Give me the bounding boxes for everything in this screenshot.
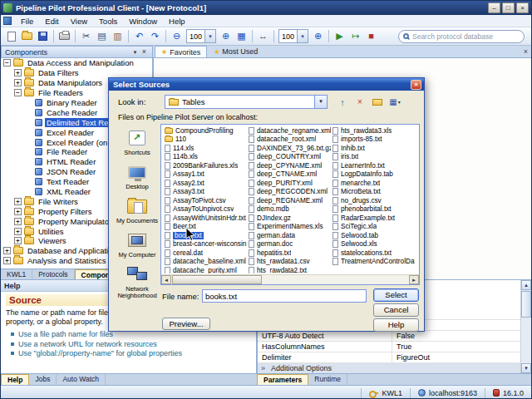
- file-item[interactable]: deep_CTNAME.xml: [247, 170, 331, 180]
- help-button[interactable]: Help: [373, 318, 419, 332]
- expand-icon[interactable]: [3, 247, 11, 254]
- panel-close-icon[interactable]: [140, 47, 149, 57]
- menu-tools[interactable]: Tools: [93, 15, 123, 27]
- file-item[interactable]: Beer.txt: [163, 223, 247, 232]
- file-item[interactable]: LearnerInfo.txt: [331, 161, 415, 170]
- delete-button[interactable]: [352, 95, 367, 109]
- file-item[interactable]: Assay3.txt: [163, 188, 247, 197]
- file-name-input[interactable]: [202, 289, 367, 303]
- file-item[interactable]: demo.mdb: [247, 205, 331, 214]
- panel-menu-icon[interactable]: [131, 47, 140, 57]
- expand-icon[interactable]: [14, 198, 22, 205]
- close-button[interactable]: [516, 2, 529, 13]
- cancel-button[interactable]: Cancel: [373, 303, 419, 317]
- tree-item[interactable]: Data Filters: [1, 68, 152, 78]
- file-item[interactable]: no_drugs.csv: [331, 196, 415, 205]
- file-item[interactable]: datacache_regname.xml: [247, 126, 331, 135]
- zoom-level-combo[interactable]: 100: [186, 29, 216, 43]
- cut-icon[interactable]: ✂: [78, 28, 94, 44]
- file-item[interactable]: Selwood.xls: [331, 240, 415, 249]
- file-item[interactable]: DAXINDEX_73_96.txt.gz: [247, 144, 331, 153]
- parameter-row[interactable]: Additional Options: [258, 362, 520, 373]
- place-desktop[interactable]: Desktop: [115, 162, 160, 190]
- copy-icon[interactable]: ▤: [94, 28, 110, 44]
- file-item[interactable]: hts_rawdata3.xls: [331, 126, 415, 135]
- file-item[interactable]: AssayToUnpivot.csv: [163, 205, 247, 214]
- tab-favorites[interactable]: ★ Favorites: [155, 46, 207, 57]
- run-icon[interactable]: ▶: [332, 28, 347, 44]
- place-computer[interactable]: My Computer: [115, 230, 160, 259]
- zoom-level-combo-2[interactable]: 100: [278, 29, 308, 43]
- expand-icon[interactable]: [14, 218, 22, 225]
- file-item[interactable]: 2009BankFailures.xls: [163, 161, 247, 170]
- paste-icon[interactable]: ▥: [110, 28, 126, 44]
- file-item[interactable]: imports-85.txt: [331, 135, 415, 145]
- tab-auto-watch[interactable]: Auto Watch: [57, 374, 106, 385]
- select-button[interactable]: Select: [373, 288, 419, 302]
- scrollbar-thumb[interactable]: [172, 275, 262, 284]
- zoom-out-icon[interactable]: ⊖: [169, 28, 185, 44]
- step-icon[interactable]: ↦: [347, 28, 363, 44]
- file-item[interactable]: 114b.xls: [163, 153, 247, 162]
- tab-most-used[interactable]: ★ Most Used: [208, 46, 264, 57]
- file-item[interactable]: deep_REGCODEN.xml: [247, 188, 331, 197]
- tab-help[interactable]: Help: [1, 374, 29, 385]
- file-item[interactable]: AssayToPivot.csv: [163, 196, 247, 205]
- file-item[interactable]: RadarExample.txt: [331, 214, 415, 223]
- scrollbar-thumb[interactable]: [521, 291, 531, 318]
- preview-button[interactable]: Preview...: [162, 318, 210, 330]
- menu-edit[interactable]: Edit: [39, 15, 64, 27]
- tab-runtime[interactable]: Runtime: [308, 374, 347, 385]
- expand-icon[interactable]: [14, 237, 22, 244]
- tree-item[interactable]: Data Access and Manipulation: [1, 58, 152, 68]
- file-item[interactable]: Assay2.txt: [163, 179, 247, 188]
- horizontal-scrollbar[interactable]: [161, 274, 419, 284]
- view-menu-button[interactable]: [387, 95, 402, 109]
- file-item[interactable]: SciTegic.xla: [331, 223, 415, 232]
- expand-icon[interactable]: [3, 257, 11, 264]
- file-item[interactable]: phenobarbital.txt: [331, 205, 415, 214]
- file-item[interactable]: datacache_purity.xml: [163, 266, 247, 273]
- file-item[interactable]: deep_COUNTRY.xml: [247, 153, 331, 162]
- zoom-fit-icon[interactable]: ▦: [234, 28, 249, 44]
- menu-file[interactable]: File: [15, 15, 39, 27]
- minimize-button[interactable]: [488, 2, 500, 13]
- tab-protocols[interactable]: Protocols: [32, 269, 74, 279]
- file-item[interactable]: hts_rawdata2.txt: [247, 266, 331, 273]
- search-box[interactable]: [398, 30, 525, 43]
- file-item[interactable]: cereal.dat: [163, 249, 247, 258]
- file-item[interactable]: hepatitis.txt: [247, 249, 331, 258]
- file-item[interactable]: DJIndex.gz: [247, 214, 331, 223]
- file-item[interactable]: statelocations.txt: [331, 249, 415, 258]
- expand-icon[interactable]: [14, 208, 22, 215]
- file-item[interactable]: datacache_baseline.xml: [163, 258, 247, 267]
- scroll-left-icon[interactable]: [161, 275, 171, 284]
- vertical-scrollbar[interactable]: [520, 280, 531, 373]
- file-item[interactable]: deep_REGNAME.xml: [247, 196, 331, 205]
- file-item[interactable]: Assay1.txt: [163, 170, 247, 180]
- print-icon[interactable]: [57, 28, 72, 44]
- tab-strip-close-icon[interactable]: [524, 47, 528, 56]
- new-folder-button[interactable]: [370, 95, 385, 109]
- expand-icon[interactable]: [14, 79, 22, 86]
- dialog-close-icon[interactable]: [411, 80, 421, 90]
- collapse-icon[interactable]: [3, 59, 11, 66]
- file-item[interactable]: iris.txt: [331, 153, 415, 162]
- stop-icon[interactable]: ■: [363, 28, 379, 44]
- scroll-down-icon[interactable]: [521, 363, 531, 373]
- place-network[interactable]: Network Neighborhood: [115, 264, 160, 299]
- collapse-icon[interactable]: [14, 89, 22, 96]
- up-one-level-button[interactable]: [335, 95, 350, 109]
- search-input[interactable]: [412, 32, 520, 41]
- file-item[interactable]: hts_rawdata1.csv: [247, 258, 331, 267]
- file-item[interactable]: ExperimentNames.xls: [247, 223, 331, 232]
- file-item[interactable]: Selwood.tab: [331, 231, 415, 240]
- menu-window[interactable]: Window: [123, 15, 163, 27]
- file-item[interactable]: german.doc: [247, 240, 331, 249]
- scroll-up-icon[interactable]: [521, 280, 531, 290]
- file-item[interactable]: breast-cancer-wisconsin.txt: [163, 240, 247, 249]
- zoom-in-2-icon[interactable]: ⊕: [310, 28, 326, 44]
- place-shortcuts[interactable]: Shortcuts: [115, 128, 160, 156]
- parameter-row[interactable]: DelimiterFigureOut: [258, 352, 520, 362]
- folder-item[interactable]: 110: [163, 135, 247, 145]
